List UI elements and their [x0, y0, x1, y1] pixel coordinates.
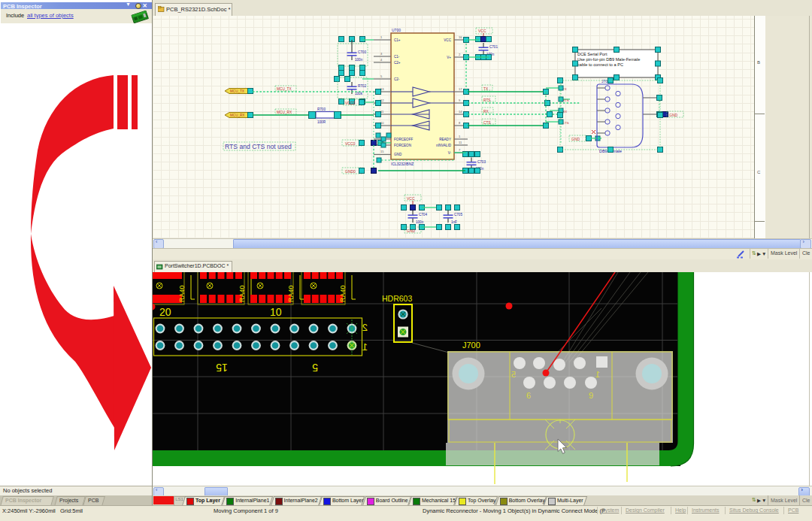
svg-text:11: 11 [459, 141, 462, 144]
svg-text:1: 1 [459, 135, 461, 138]
svg-text:HDR603: HDR603 [382, 294, 412, 303]
svg-text:MCU_RX: MCU_RX [277, 111, 292, 114]
svg-text:MCU_TX: MCU_TX [230, 89, 244, 93]
svg-text:10: 10 [380, 121, 384, 125]
svg-text:FORCEOFF: FORCEOFF [394, 138, 413, 141]
svg-text:GND: GND [571, 137, 580, 141]
svg-text:C704: C704 [419, 213, 427, 217]
svg-text:1: 1 [362, 341, 368, 353]
svg-text:10: 10 [270, 306, 282, 318]
svg-text:16: 16 [459, 35, 462, 39]
svg-text:5: 5 [511, 370, 516, 379]
svg-text:2: 2 [362, 322, 368, 333]
svg-text:MCU_RX: MCU_RX [230, 114, 244, 117]
svg-text:ICL3232IBNZ: ICL3232IBNZ [391, 162, 414, 166]
svg-text:C701: C701 [489, 45, 498, 49]
svg-text:C1+: C1+ [394, 38, 401, 42]
svg-text:9: 9 [459, 98, 461, 102]
svg-text:V+: V+ [447, 56, 451, 59]
svg-text:J700: J700 [462, 341, 480, 350]
svg-text:DCE Serial Port: DCE Serial Port [577, 52, 607, 56]
svg-text:U700: U700 [392, 28, 401, 32]
svg-text:RA40: RA40 [339, 285, 347, 302]
svg-text:2: 2 [459, 53, 461, 56]
svg-text:RA40: RA40 [238, 285, 246, 302]
svg-text:3: 3 [380, 52, 383, 56]
svg-text:C1-: C1- [394, 55, 400, 59]
svg-text:RTS and CTS not used: RTS and CTS not used [225, 143, 292, 150]
svg-text:VCC: VCC [444, 38, 451, 42]
svg-text:7: 7 [459, 148, 461, 152]
svg-text:9: 9 [589, 391, 593, 400]
svg-text:GND0: GND0 [345, 169, 356, 174]
svg-text:nINVALID: nINVALID [436, 144, 452, 147]
svg-text:11: 11 [380, 110, 384, 114]
svg-text:6: 6 [526, 391, 531, 400]
svg-text:5: 5 [380, 74, 383, 78]
svg-text:C2-: C2- [394, 77, 400, 81]
svg-text:C705: C705 [454, 213, 462, 217]
svg-text:VCC: VCC [407, 196, 415, 201]
svg-text:MCU_TX: MCU_TX [277, 87, 292, 91]
svg-text:1: 1 [595, 370, 600, 379]
svg-text:VCC0: VCC0 [345, 101, 356, 105]
svg-text:FORCEON: FORCEON [394, 144, 411, 147]
svg-text:15: 15 [216, 362, 228, 374]
svg-text:17: 17 [459, 87, 462, 91]
svg-text:100k: 100k [355, 92, 363, 95]
svg-text:13: 13 [380, 87, 384, 91]
svg-text:GND: GND [394, 153, 402, 156]
svg-text:cable to connect to a PC: cable to connect to a PC [577, 62, 623, 67]
svg-text:100n: 100n [416, 220, 424, 224]
svg-text:Use pin-for-pin DB9 Male-Femal: Use pin-for-pin DB9 Male-Female [577, 57, 640, 62]
svg-text:RA40: RA40 [287, 285, 295, 302]
svg-text:14: 14 [459, 110, 462, 114]
svg-text:5: 5 [312, 362, 318, 374]
svg-text:15: 15 [380, 150, 384, 153]
svg-text:VCC: VCC [478, 29, 486, 33]
svg-text:4: 4 [380, 58, 383, 62]
svg-text:C2+: C2+ [394, 61, 401, 65]
svg-text:C703: C703 [477, 160, 486, 164]
svg-text:1: 1 [380, 35, 383, 39]
svg-text:12: 12 [380, 98, 384, 102]
svg-text:GND: GND [669, 113, 678, 117]
svg-text:100n: 100n [355, 58, 363, 62]
svg-text:CTS: CTS [483, 121, 491, 125]
svg-text:R702: R702 [358, 84, 366, 88]
svg-text:100R: 100R [317, 120, 326, 124]
svg-text:READY: READY [439, 138, 451, 141]
svg-text:RTS: RTS [483, 98, 491, 102]
svg-text:GND: GND [407, 229, 416, 233]
svg-text:VCC0: VCC0 [345, 141, 356, 146]
svg-text:R700: R700 [317, 108, 326, 111]
svg-text:8: 8 [459, 121, 461, 125]
svg-text:V-: V- [448, 151, 452, 155]
svg-text:1nF: 1nF [451, 220, 457, 224]
svg-text:C700: C700 [358, 50, 366, 54]
